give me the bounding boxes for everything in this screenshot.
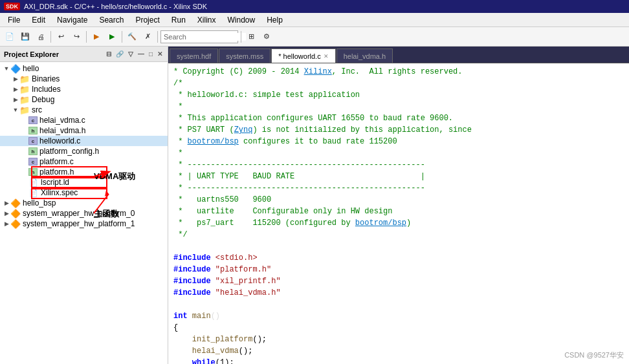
menu-window[interactable]: Window — [223, 14, 261, 26]
menu-search[interactable]: Search — [94, 14, 129, 26]
link-bootrom[interactable]: bootrom/bsp — [188, 137, 239, 146]
label-includes: Includes — [32, 85, 61, 94]
sdk-icon: SDK — [4, 3, 20, 10]
tab-helai-vdma-h[interactable]: helai_vdma.h — [337, 48, 393, 63]
minimize-icon[interactable]: — — [137, 50, 146, 58]
icon-lscript_ld: 📄 — [28, 178, 39, 187]
tab-helloworld-c-label: * helloworld.c — [278, 52, 320, 60]
save-btn[interactable]: 💾 — [18, 30, 32, 44]
tree-item-platform_config_h[interactable]: hplatform_config.h — [0, 146, 168, 156]
menu-bar: File Edit Navigate Search Project Run Xi… — [0, 13, 629, 27]
build-btn[interactable]: 🔨 — [125, 30, 139, 44]
label-hello_bsp: hello_bsp — [23, 198, 56, 208]
expand-system_wrapper_hw_platform_1[interactable]: ▶ — [3, 220, 10, 227]
tree-item-binaries[interactable]: ▶📁Binaries — [0, 74, 168, 84]
expand-src[interactable]: ▼ — [12, 107, 19, 113]
close-icon[interactable]: ✕ — [156, 50, 164, 58]
menu-run[interactable]: Run — [166, 14, 191, 26]
tree-item-lscript_ld[interactable]: 📄lscript.ld — [0, 177, 168, 187]
menu-file[interactable]: File — [3, 14, 25, 26]
print-btn[interactable]: 🖨 — [34, 30, 48, 44]
link-bootrom2[interactable]: bootrom/bsp — [355, 219, 406, 228]
title-text: AXI_DDR.sdk - C/C++ - hello/src/hellowor… — [24, 3, 207, 10]
sep2 — [86, 31, 87, 43]
tab-system-mss-label: system.mss — [226, 52, 263, 60]
tab-system-hdf[interactable]: system.hdf — [170, 48, 218, 63]
expand-includes[interactable]: ▶ — [12, 86, 19, 92]
code-area[interactable]: * Copyright (C) 2009 - 2014 Xilinx, Inc.… — [168, 63, 629, 364]
search-input[interactable] — [188, 33, 246, 41]
link-zynq[interactable]: Zynq — [234, 125, 253, 134]
tab-helloworld-close[interactable]: ✕ — [324, 53, 329, 59]
icon-includes: 📁 — [19, 85, 30, 94]
redo-btn[interactable]: ↪ — [69, 30, 83, 44]
tab-helloworld-c[interactable]: * helloworld.c ✕ — [271, 48, 335, 63]
tree-item-hello_bsp[interactable]: ▶🔶hello_bsp — [0, 198, 168, 208]
line-cm6: * bootrom/bsp configures it to baud rate… — [173, 136, 624, 147]
tree-item-helai_vdma_c[interactable]: chelai_vdma.c — [0, 115, 168, 125]
sep4 — [157, 31, 158, 43]
label-debug: Debug — [32, 95, 54, 104]
icon-helloworld_c: c — [28, 137, 38, 145]
line-cm4: * This application configures UART 16550… — [173, 112, 624, 124]
line-cm2: * helloworld.c: simple test application — [173, 89, 624, 101]
search-box[interactable]: Search — [160, 30, 238, 43]
tree-item-system_wrapper_hw_platform_0[interactable]: ▶🔶system_wrapper_hw_platform_0 — [0, 208, 168, 219]
expand-binaries[interactable]: ▶ — [12, 76, 19, 82]
tree-item-includes[interactable]: ▶📁Includes — [0, 84, 168, 94]
tree-item-platform_h[interactable]: hplatform.h — [0, 167, 168, 177]
line-cm10: * --------------------------------------… — [173, 182, 624, 194]
fn-init: init_platform — [192, 335, 253, 344]
cm1: * Copyright (C) 2009 - 2014 — [173, 67, 304, 76]
link-icon[interactable]: 🔗 — [115, 50, 125, 58]
tree-item-debug[interactable]: ▶📁Debug — [0, 94, 168, 105]
tree-item-helai_vdma_h[interactable]: hhelai_vdma.h — [0, 125, 168, 136]
menu-navigate[interactable]: Navigate — [52, 14, 93, 26]
maximize-icon[interactable]: □ — [148, 50, 154, 58]
expand-hello_bsp[interactable]: ▶ — [3, 200, 10, 206]
perspective-btn[interactable]: ⊞ — [244, 30, 258, 44]
collapse-icon[interactable]: ⊟ — [105, 50, 113, 58]
watermark: CSDN @9527华安 — [564, 350, 624, 360]
tab-system-hdf-label: system.hdf — [177, 52, 211, 60]
line-blank1 — [173, 241, 624, 252]
link-xilinx[interactable]: Xilinx — [304, 67, 332, 76]
run-btn[interactable]: ▶ — [105, 30, 119, 44]
tree-item-hello[interactable]: ▼🔷hello — [0, 63, 168, 74]
line-cm11: * uartns550 9600 — [173, 194, 624, 206]
menu-edit[interactable]: Edit — [27, 14, 50, 26]
tree-item-xilinx_spec[interactable]: 📄Xilinx.spec — [0, 187, 168, 198]
explorer-title: Project Explorer — [4, 50, 105, 58]
tree-item-system_wrapper_hw_platform_1[interactable]: ▶🔶system_wrapper_hw_platform_1 — [0, 219, 168, 229]
icon-helai_vdma_h: h — [28, 127, 38, 134]
filter-icon[interactable]: ▽ — [127, 50, 135, 58]
search-label: Search — [164, 33, 186, 41]
label-system_wrapper_hw_platform_0: system_wrapper_hw_platform_0 — [23, 209, 135, 218]
tree-item-platform_c[interactable]: cplatform.c — [0, 156, 168, 167]
tree-item-src[interactable]: ▼📁src — [0, 105, 168, 115]
menu-help[interactable]: Help — [261, 14, 288, 26]
tree-item-helloworld_c[interactable]: chelloworld.c — [0, 136, 168, 146]
icon-xilinx_spec: 📄 — [28, 188, 39, 197]
clean-btn[interactable]: ✗ — [140, 30, 155, 44]
menu-xilinx[interactable]: Xilinx — [192, 14, 221, 26]
tab-system-mss[interactable]: system.mss — [219, 48, 270, 63]
undo-btn[interactable]: ↩ — [54, 30, 68, 44]
settings-btn[interactable]: ⚙ — [259, 30, 274, 44]
label-src: src — [32, 105, 42, 114]
expand-hello[interactable]: ▼ — [3, 65, 10, 72]
icon-binaries: 📁 — [19, 74, 30, 83]
line-cm5: * PS7 UART (Zynq) is not initialized by … — [173, 124, 624, 136]
label-platform_config_h: platform_config.h — [39, 147, 99, 156]
sep3 — [122, 31, 122, 43]
menu-project[interactable]: Project — [130, 14, 164, 26]
line-vdma: helai_vdma(); — [173, 345, 624, 357]
expand-system_wrapper_hw_platform_0[interactable]: ▶ — [3, 210, 10, 217]
line-inc4: #include "helai_vdma.h" — [173, 287, 624, 299]
new-btn[interactable]: 📄 — [3, 30, 17, 44]
copyright-line: * Copyright (C) 2009 - 2014 Xilinx, Inc.… — [173, 66, 624, 78]
line-brace-open: { — [173, 322, 624, 334]
debug-btn[interactable]: ▶ — [89, 30, 104, 44]
expand-debug[interactable]: ▶ — [12, 96, 19, 103]
label-helai_vdma_c: helai_vdma.c — [39, 116, 85, 125]
